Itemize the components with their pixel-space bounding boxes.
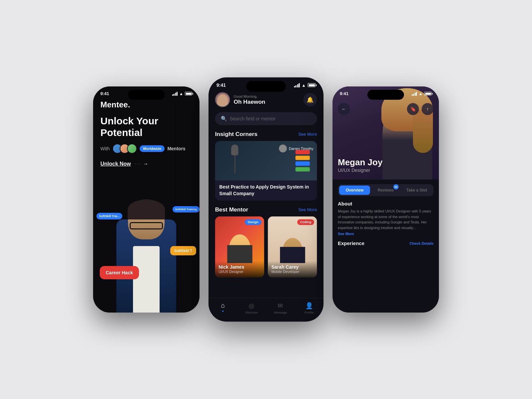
status-bar-right: 9:41 ▲ [332,86,439,97]
user-greeting: Good Morning, Oh Haewon [234,94,265,105]
battery-icon-c [308,83,316,87]
worldwide-badge[interactable]: Worldwide [140,145,165,152]
tabs-row: Overview Reviews 55 Take a Slot [338,184,434,196]
discover-icon: ◎ [249,302,254,310]
profile-hero: ← 🔖 ↑ Megan Joy UI/UX Designer [332,86,439,180]
user-avatar [215,92,230,107]
insight-section-header: Insight Corners See More [215,131,317,137]
status-icons-left: ▲ [172,91,192,96]
profile-icon: 👤 [305,302,313,310]
share-button[interactable]: ↑ [422,103,434,115]
user-info-row: Good Morning, Oh Haewon [215,92,265,107]
nick-name: Nick James [218,264,260,270]
mic-decoration [229,145,240,173]
mentor-card-sarah[interactable]: Coding Sarah Carey Mobile Developer [268,216,317,278]
career-hack-button[interactable]: Career Hack [100,266,139,279]
insight-author-row: Darren Timothy [279,145,313,153]
search-placeholder: Search field or mentor [230,116,276,121]
insight-section-title: Insight Corners [215,131,258,137]
profile-content: Overview Reviews 55 Take a Slot About Me… [332,180,439,251]
softskill-badge-right: SoftSkill Training [173,206,200,212]
nick-overlay: Nick James UI/UX Designer [215,261,264,277]
search-bar[interactable]: 🔍 Search field or mentor [215,112,317,125]
back-button[interactable]: ← [338,103,350,115]
app-logo: Mentee. [100,100,192,109]
nav-message-label: Message [274,311,287,315]
mentor-cards-row: Design Nick James UI/UX Designer Coding [215,216,317,278]
status-time-center: 9:41 [216,82,226,88]
bookmark-button[interactable]: 🔖 [407,103,419,115]
nav-discover-label: Discover [245,311,258,315]
mentor-section-title: Best Mentor [215,206,248,212]
status-icons-center: ▲ [294,82,316,87]
tab-take-slot[interactable]: Take a Slot [401,186,432,195]
profile-name: Megan Joy [338,157,382,168]
signal-icon-c [294,83,300,87]
nav-profile-label: Profile [305,311,314,315]
mentor-card-nick[interactable]: Design Nick James UI/UX Designer [215,216,264,278]
phone-center: 9:41 ▲ [208,77,324,322]
profile-top-actions: ← 🔖 ↑ [332,103,439,115]
sarah-overlay: Sarah Carey Mobile Developer [268,261,317,277]
insight-visual: Darren Timothy [215,141,317,181]
author-avatar [279,145,287,153]
notification-button[interactable]: 🔔 [303,93,317,106]
nav-home[interactable]: ⌂ [208,302,237,315]
avatar-3 [127,144,137,154]
nav-profile[interactable]: 👤 Profile [295,302,323,315]
profile-info: Megan Joy UI/UX Designer [338,157,382,173]
reviews-badge: 55 [393,184,399,190]
good-morning-text: Good Morning, [234,94,265,98]
color-swatches [296,150,310,172]
experience-title: Experience [338,240,364,246]
nick-role: UI/UX Designer [218,270,260,274]
insight-card[interactable]: Darren Timothy Best Practice to Apply De… [215,141,317,200]
wifi-icon: ▲ [179,91,183,96]
tab-reviews[interactable]: Reviews 55 [370,186,401,195]
unlock-row: Unlock Now ··· → [100,161,192,167]
sarah-role: Mobile Developer [271,270,313,274]
see-more-insight[interactable]: See More [298,132,317,137]
user-name-text: Oh Haewon [234,98,265,105]
sarah-tag: Coding [297,219,314,225]
check-details-link[interactable]: Check Details [410,241,434,245]
header-row: Good Morning, Oh Haewon 🔔 [215,92,317,107]
battery-icon [185,92,192,95]
wifi-icon-c: ▲ [302,82,306,87]
mentor-section-header: Best Mentor See More [215,206,317,212]
status-time-left: 9:41 [100,91,109,96]
tab-overview[interactable]: Overview [339,186,370,195]
see-more-mentor[interactable]: See More [298,207,317,212]
hero-title: Unlock Your Potential [100,115,192,138]
action-buttons-right: 🔖 ↑ [407,103,434,115]
home-icon: ⌂ [221,302,225,310]
phone-right: 9:41 ▲ [332,86,439,313]
insight-title: Best Practice to Apply Design System in … [219,184,309,197]
softskill-orange-badge: SoftSkill T [170,246,196,255]
with-text: With [100,146,110,151]
mentor-avatars [112,144,137,154]
unlock-now-link[interactable]: Unlock Now [100,161,131,167]
mentors-row: With Worldwide Mentors [100,144,192,154]
nav-message[interactable]: ✉ Message [266,302,295,315]
nav-discover[interactable]: ◎ Discover [237,302,266,315]
dynamic-island-center [246,81,286,92]
experience-section-header: Experience Check Details [338,240,434,246]
see-more-link[interactable]: See More [338,232,354,236]
phone-left: 9:41 ▲ Mentee. Unlock Your Potential [93,86,200,313]
nav-active-dot [222,311,223,312]
unlock-arrow: ··· → [134,161,148,167]
about-title: About [338,201,434,206]
about-section: About Megan Joy is a highly skilled UI/U… [338,201,434,236]
softskill-badge-left: SoftSkill Trai... [96,213,122,219]
search-icon: 🔍 [221,116,227,121]
status-icons-right: ▲ [412,91,432,96]
wifi-icon-r: ▲ [419,91,423,96]
sarah-name: Sarah Carey [271,264,313,270]
dynamic-island-left [128,90,165,100]
bottom-nav: ⌂ ◎ Discover ✉ Message 👤 Profile [208,298,324,322]
signal-icon-r [412,92,417,96]
battery-icon-r [424,92,432,95]
status-time-right: 9:41 [340,91,348,96]
message-icon: ✉ [278,302,283,310]
